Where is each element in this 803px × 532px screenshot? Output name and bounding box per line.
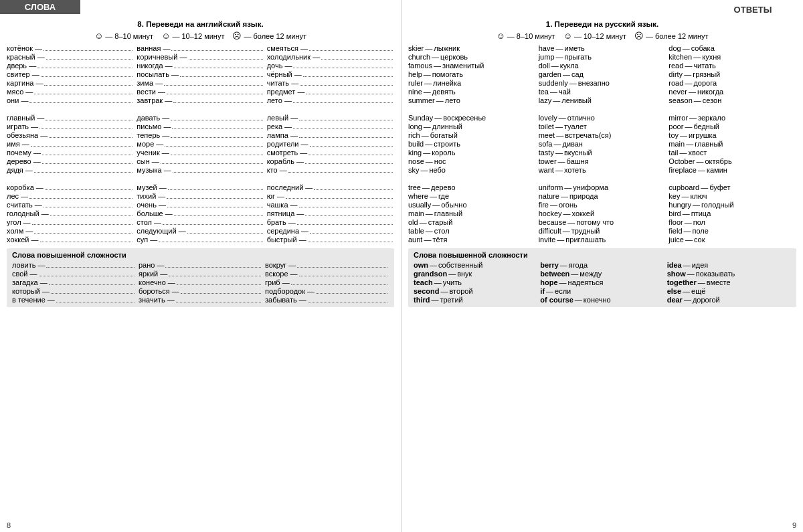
left-col1b: главный —играть —обезьяна —имя —почему —… xyxy=(7,114,134,175)
list-item: king — король xyxy=(408,149,536,157)
left-col3b: левый —река —лампа —родители —смотреть —… xyxy=(267,114,394,175)
list-item: играть — xyxy=(7,122,134,130)
smiley-neutral-right1: ☺ xyxy=(563,31,572,41)
list-item: угол — xyxy=(7,218,134,226)
list-item: never — никогда xyxy=(668,88,796,96)
list-item: main — главный xyxy=(668,140,796,148)
list-item: обезьяна — xyxy=(7,131,134,139)
list-item: море — xyxy=(137,140,264,148)
smiley-sad-left1: ☹ xyxy=(232,31,242,41)
list-item: ловить — xyxy=(12,261,136,269)
list-item: nine — девять xyxy=(408,88,536,96)
list-item: dirty — грязный xyxy=(668,70,796,78)
list-item: tree — дерево xyxy=(408,183,536,191)
list-item: корабль — xyxy=(267,157,394,165)
list-item: письмо — xyxy=(137,122,264,130)
left-col3: смеяться —холодильник —дочь —чёрный —чит… xyxy=(267,44,394,105)
list-item: field — поле xyxy=(668,227,796,235)
list-item: смеяться — xyxy=(267,44,394,52)
time-label-2-left: — 10–12 минут xyxy=(172,32,224,40)
list-item: poor — бедный xyxy=(668,122,796,130)
list-item: юг — xyxy=(267,192,394,200)
list-item: быстрый — xyxy=(267,236,394,244)
list-item: help — помогать xyxy=(408,70,536,78)
list-item: вокруг — xyxy=(265,261,389,269)
list-item: коричневый — xyxy=(137,53,264,61)
list-item: конечно — xyxy=(139,278,262,286)
advanced-left-title: Слова повышенной сложности xyxy=(12,251,389,259)
list-item: skier — лыжник xyxy=(408,44,536,52)
list-item: яркий — xyxy=(139,270,262,278)
list-item: сын — xyxy=(137,157,264,165)
list-item: summer — лето xyxy=(408,96,536,104)
list-item: juice — сок xyxy=(668,236,796,244)
list-item: show — показывать xyxy=(667,270,791,278)
list-item: никогда — xyxy=(137,62,264,70)
list-item: суп — xyxy=(137,236,264,244)
page-num-left: 8 xyxy=(7,521,11,529)
list-item: читать — xyxy=(267,79,394,87)
page-num-right: 9 xyxy=(792,521,796,529)
list-item: лес — xyxy=(7,192,134,200)
list-item: old — старый xyxy=(408,218,536,226)
list-item: давать — xyxy=(137,114,264,122)
list-item: invite — приглашать xyxy=(539,236,666,244)
list-item: lovely — отлично xyxy=(539,114,666,122)
list-item: fire — огонь xyxy=(539,201,666,209)
list-item: own — собственный xyxy=(414,261,537,269)
list-item: посылать — xyxy=(137,70,264,78)
list-item: long — длинный xyxy=(408,122,536,130)
time-row-left: ☺ — 8–10 минут ☺ — 10–12 минут ☹ — более… xyxy=(7,31,394,41)
list-item: fireplace — камин xyxy=(668,166,796,174)
list-item: гриб — xyxy=(265,278,389,286)
list-item: музыка — xyxy=(137,166,264,174)
list-item: смотреть — xyxy=(267,149,394,157)
list-item: река — xyxy=(267,122,394,130)
list-item: kitchen — кухня xyxy=(668,53,796,61)
list-item: of course — конечно xyxy=(540,296,664,304)
smiley-neutral-left1: ☺ xyxy=(161,31,170,41)
list-item: jump — прыгать xyxy=(539,53,666,61)
list-item: lazy — ленивый xyxy=(539,96,666,104)
list-item: чёрный — xyxy=(267,70,394,78)
time-label-3-right: — более 12 минут xyxy=(646,32,709,40)
list-item: nature — природа xyxy=(539,192,666,200)
list-item: вести — xyxy=(137,88,264,96)
time-label-2-right: — 10–12 минут xyxy=(574,32,626,40)
list-item: дверь — xyxy=(7,62,134,70)
list-item: загадка — xyxy=(12,278,136,286)
left-section1-words: котёнок —красный —дверь —свитер —картина… xyxy=(7,44,394,105)
list-item: suddenly — внезапно xyxy=(539,79,666,87)
list-item: мясо — xyxy=(7,88,134,96)
list-item: картина — xyxy=(7,79,134,87)
list-item: berry — ягода xyxy=(540,261,664,269)
list-item: hope — надеяться xyxy=(540,278,664,286)
list-item: дерево — xyxy=(7,157,134,165)
left-section2-words: главный —играть —обезьяна —имя —почему —… xyxy=(7,114,394,175)
list-item: завтрак — xyxy=(137,96,264,104)
advanced-left-content: ловить —свой —загадка —который —в течени… xyxy=(12,261,389,304)
time-label-1-right: — 8–10 минут xyxy=(507,32,555,40)
right-section1-words: skier — лыжникchurch — церковьfamous — з… xyxy=(408,44,796,105)
list-item: meet — встречать(ся) xyxy=(539,131,666,139)
list-item: тихий — xyxy=(137,192,264,200)
list-item: имя — xyxy=(7,140,134,148)
list-item: рано — xyxy=(139,261,262,269)
list-item: пятница — xyxy=(267,209,394,217)
list-item: road — дорога xyxy=(668,79,796,87)
list-item: rich — богатый xyxy=(408,131,536,139)
list-item: key — ключ xyxy=(668,192,796,200)
list-item: because — потому что xyxy=(539,218,666,226)
left-col2c: музей —тихий —очень —больше —стол —следу… xyxy=(137,183,264,244)
list-item: bird — птица xyxy=(668,209,796,217)
list-item: famous — знаменитый xyxy=(408,62,536,70)
left-section-title: 8. Переведи на английский язык. xyxy=(7,20,394,28)
list-item: hockey — хоккей xyxy=(539,209,666,217)
list-item: cupboard — буфет xyxy=(668,183,796,191)
list-item: sofa — диван xyxy=(539,140,666,148)
list-item: котёнок — xyxy=(7,44,134,52)
list-item: third — третий xyxy=(414,296,537,304)
list-item: toilet — туалет xyxy=(539,122,666,130)
time-label-3-left: — более 12 минут xyxy=(244,32,306,40)
list-item: забывать — xyxy=(265,296,389,304)
